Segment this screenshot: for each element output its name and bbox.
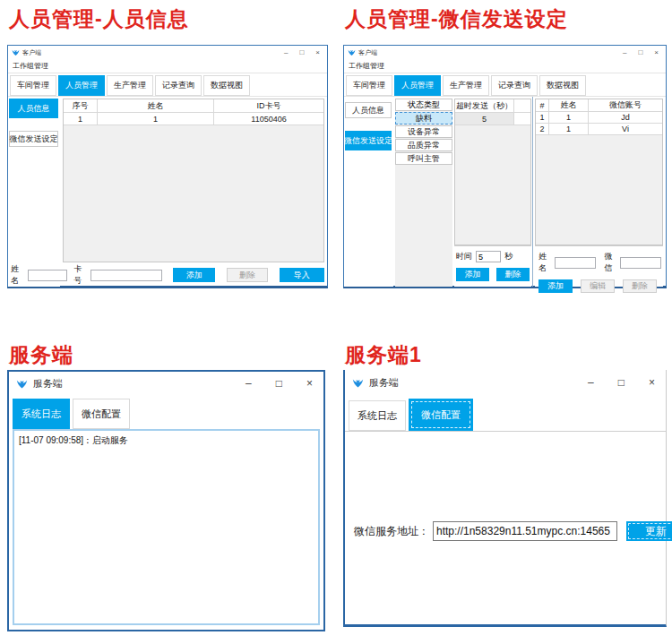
col-header-index[interactable]: # <box>536 99 549 111</box>
timeout-table: 超时发送（秒） 5 <box>454 99 531 245</box>
close-button[interactable]: × <box>649 376 655 389</box>
status-item-missing-material[interactable]: 缺料 <box>395 112 452 125</box>
edit-button[interactable]: 编辑 <box>581 279 615 293</box>
titlebar: 客户端 – □ × <box>344 46 666 59</box>
tab-system-log[interactable]: 系统日志 <box>349 400 406 431</box>
time-label: 时间 <box>456 251 472 262</box>
col-header-seq[interactable]: 序号 <box>64 99 98 112</box>
server-window-wechat-config: 服务端 – □ × 系统日志 微信配置 微信服务地址： 更新 <box>343 370 667 627</box>
update-button[interactable]: 更新 <box>626 521 672 541</box>
wechat-service-address-label: 微信服务地址： <box>354 524 429 539</box>
sidebar-item-wechat-send-setting[interactable]: 微信发送设定 <box>9 131 58 147</box>
wechat-service-address-input[interactable] <box>433 521 617 541</box>
col-header-name[interactable]: 姓名 <box>549 99 589 111</box>
col-header-timeout-send[interactable]: 超时发送（秒） <box>455 99 514 112</box>
col-header-wechat-account[interactable]: 微信账号 <box>589 99 662 111</box>
status-item-call-supervisor[interactable]: 呼叫主管 <box>395 152 452 165</box>
cell-timeout-value: 5 <box>455 113 514 125</box>
tab-production-management[interactable]: 生产管理 <box>443 75 489 96</box>
sidebar-item-personnel-info[interactable]: 人员信息 <box>9 99 58 118</box>
status-item-equipment-abnormal[interactable]: 设备异常 <box>395 125 452 138</box>
tab-data-view[interactable]: 数据视图 <box>203 75 250 96</box>
maximize-button[interactable]: □ <box>618 376 625 389</box>
section-heading-server: 服务端 <box>9 341 73 369</box>
table-row[interactable]: 1 1 11050406 <box>64 113 323 125</box>
section-heading-server1: 服务端1 <box>345 341 422 369</box>
name-input[interactable] <box>555 257 596 269</box>
import-button[interactable]: 导入 <box>280 268 324 282</box>
server-window-system-log: 服务端 – □ × 系统日志 微信配置 [11-07 09:09:58]：启动服… <box>7 370 325 631</box>
wechat-footer: 姓名 微信 添加 编辑 删除 <box>535 245 663 287</box>
add-button[interactable]: 添加 <box>456 268 489 281</box>
app-logo-icon <box>12 48 20 56</box>
delete-button[interactable]: 删除 <box>623 279 657 293</box>
window-controls: – □ × <box>588 376 655 389</box>
maximize-button[interactable]: □ <box>638 49 642 56</box>
table-empty-area <box>64 125 323 262</box>
name-label: 姓名 <box>11 263 25 287</box>
tab-record-query[interactable]: 记录查询 <box>491 75 538 96</box>
sidebar-item-personnel-info[interactable]: 人员信息 <box>345 102 392 118</box>
tab-workshop-management[interactable]: 车间管理 <box>346 75 392 96</box>
minimize-button[interactable]: – <box>588 376 594 389</box>
table-row[interactable]: 2 1 Vi <box>536 124 662 135</box>
maximize-button[interactable]: □ <box>276 377 282 390</box>
tab-record-query[interactable]: 记录查询 <box>155 75 202 96</box>
wechat-account-table: # 姓名 微信账号 1 1 Jd 2 1 Vi <box>535 99 663 245</box>
add-button[interactable]: 添加 <box>173 268 215 282</box>
log-line: [11-07 09:09:58]：启动服务 <box>19 434 314 447</box>
minimize-button[interactable]: – <box>284 49 288 56</box>
cell-wechat-account: Vi <box>589 124 662 134</box>
close-button[interactable]: × <box>654 49 659 56</box>
window-controls: – □ × <box>623 49 659 56</box>
delete-button[interactable]: 删除 <box>227 268 267 282</box>
tab-wechat-config[interactable]: 微信配置 <box>73 399 130 429</box>
system-log-textarea[interactable]: [11-07 09:09:58]：启动服务 <box>13 429 320 625</box>
tab-data-view[interactable]: 数据视图 <box>539 75 586 96</box>
tab-production-management[interactable]: 生产管理 <box>107 75 153 96</box>
screenshot-canvas: 人员管理-人员信息 人员管理-微信发送设定 服务端 服务端1 客户端 – □ ×… <box>0 0 672 644</box>
table-header-row: # 姓名 微信账号 <box>536 99 662 112</box>
table-row[interactable]: 1 1 Jd <box>536 112 662 124</box>
close-button[interactable]: × <box>315 49 320 56</box>
status-item-quality-abnormal[interactable]: 品质异常 <box>395 139 452 151</box>
table-row[interactable]: 5 <box>455 113 530 125</box>
wechat-label: 微信 <box>605 251 617 274</box>
menu-item-workgroup-management[interactable]: 工作组管理 <box>349 61 384 71</box>
tab-personnel-management[interactable]: 人员管理 <box>58 75 105 96</box>
card-input[interactable] <box>90 270 162 281</box>
name-label: 姓名 <box>538 251 551 274</box>
menu-item-workgroup-management[interactable]: 工作组管理 <box>13 61 48 71</box>
maximize-button[interactable]: □ <box>299 49 304 56</box>
time-input[interactable] <box>476 251 501 262</box>
tab-personnel-management[interactable]: 人员管理 <box>394 75 441 96</box>
timeout-footer: 时间 秒 添加 删除 <box>454 245 531 287</box>
close-button[interactable]: × <box>306 377 313 390</box>
main-tab-strip: 车间管理 人员管理 生产管理 记录查询 数据视图 <box>344 73 666 97</box>
tab-workshop-management[interactable]: 车间管理 <box>10 75 56 96</box>
col-header-id-card[interactable]: ID卡号 <box>214 99 323 112</box>
tab-wechat-config[interactable]: 微信配置 <box>409 399 473 431</box>
section-heading-personnel-info: 人员管理-人员信息 <box>9 5 189 33</box>
app-logo-icon <box>348 48 356 56</box>
name-input[interactable] <box>28 270 67 281</box>
app-logo-icon <box>352 377 364 389</box>
add-button[interactable]: 添加 <box>538 279 573 293</box>
minimize-button[interactable]: – <box>623 49 626 56</box>
sidebar: 人员信息 微信发送设定 <box>8 97 60 287</box>
cell-index: 2 <box>536 124 549 134</box>
table-empty-area <box>455 125 530 245</box>
sidebar-item-wechat-send-setting[interactable]: 微信发送设定 <box>345 131 392 150</box>
cell-id-card: 11050406 <box>214 113 323 125</box>
col-header-name[interactable]: 姓名 <box>98 99 214 112</box>
titlebar: 服务端 – □ × <box>345 370 666 395</box>
window-controls: – □ × <box>246 377 313 390</box>
cell-empty <box>514 113 530 125</box>
menu-bar: 工作组管理 <box>344 59 666 73</box>
tab-system-log[interactable]: 系统日志 <box>13 399 70 429</box>
cell-index: 1 <box>536 112 549 123</box>
wechat-input[interactable] <box>620 257 661 269</box>
delete-button[interactable]: 删除 <box>496 268 530 281</box>
cell-name: 1 <box>98 113 214 125</box>
minimize-button[interactable]: – <box>246 377 252 390</box>
